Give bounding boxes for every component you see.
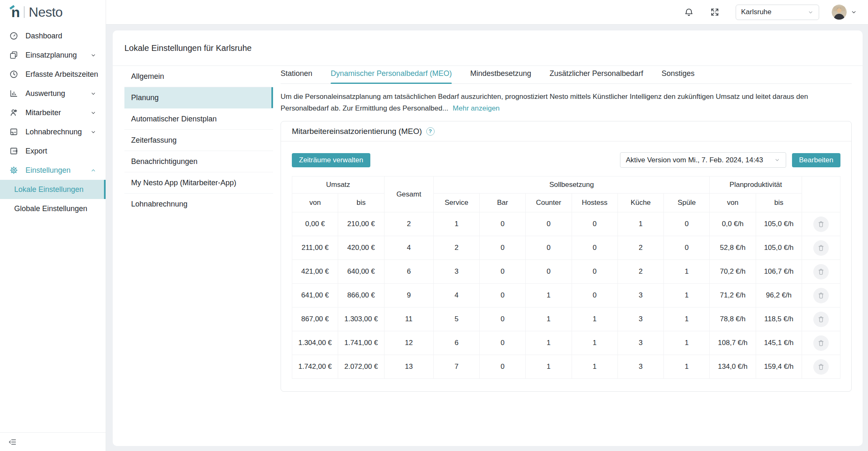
sidebar-item-erfasste-arbeitszeiten[interactable]: Erfasste Arbeitszeiten <box>0 65 106 84</box>
tab-zusätzlicher-personalbedarf[interactable]: Zusätzlicher Personalbedarf <box>549 69 643 83</box>
sidebar-item-dashboard[interactable]: Dashboard <box>0 26 106 45</box>
table-cell: 0 <box>572 260 617 284</box>
table-cell: 1 <box>526 307 572 331</box>
column-header-counter: Counter <box>526 194 572 212</box>
delete-row-button[interactable] <box>813 264 829 280</box>
analytics-icon <box>9 89 18 98</box>
fullscreen-icon[interactable] <box>710 7 720 17</box>
table-cell: 1 <box>664 355 710 379</box>
table-cell: 159,4 €/h <box>756 355 802 379</box>
sidebar-item-lohnabrechnung[interactable]: Lohnabrechnung <box>0 122 106 141</box>
table-cell: 7 <box>433 355 479 379</box>
tab-mindestbesetzung[interactable]: Mindestbesetzung <box>470 69 531 83</box>
table-row: 0,00 €210,00 €21000100,0 €/h105,0 €/h <box>292 212 840 236</box>
settings-nav-item-zeiterfassung[interactable]: Zeiterfassung <box>124 130 273 151</box>
settings-nav-item-lohnabrechnung[interactable]: Lohnabrechnung <box>124 194 273 215</box>
row-actions-cell <box>802 212 840 236</box>
description-text: Um die Personaleinsatzplanung am tatsäch… <box>281 93 808 112</box>
table-cell: 52,8 €/h <box>710 236 756 260</box>
settings-nav-item-benachrichtigungen[interactable]: Benachrichtigungen <box>124 151 273 172</box>
brand-logo-mark: n <box>11 5 20 19</box>
tab-dynamischer-personalbedarf-meo[interactable]: Dynamischer Personalbedarf (MEO) <box>331 69 452 83</box>
column-header-von: von <box>710 194 756 212</box>
table-cell: 96,2 €/h <box>756 284 802 307</box>
sidebar-item-label: Mitarbeiter <box>25 108 61 117</box>
sidebar-subitem-globale-einstellungen[interactable]: Globale Einstellungen <box>0 199 106 218</box>
table-cell: 1 <box>664 331 710 355</box>
bell-icon[interactable] <box>684 7 694 17</box>
table-cell: 1.304,00 € <box>292 331 338 355</box>
table-row: 211,00 €420,00 €420002052,8 €/h105,0 €/h <box>292 236 840 260</box>
table-cell: 4 <box>384 236 433 260</box>
settings-nav-item-allgemein[interactable]: Allgemein <box>124 66 273 87</box>
meo-table: UmsatzGesamtSollbesetzungPlanproduktivit… <box>292 176 840 379</box>
sidebar-item-label: Auswertung <box>25 89 65 98</box>
topbar: Karlsruhe <box>106 0 868 25</box>
delete-row-button[interactable] <box>813 288 829 303</box>
sidebar: n Nesto DashboardEinsatzplanungErfasste … <box>0 0 106 451</box>
row-actions-cell <box>802 331 840 355</box>
chevron-down-icon <box>850 9 857 15</box>
column-header-spüle: Spüle <box>664 194 710 212</box>
table-cell: 5 <box>433 307 479 331</box>
table-cell: 866,00 € <box>338 284 384 307</box>
row-actions-cell <box>802 284 840 307</box>
column-group-planproduktivität: Planproduktivität <box>710 176 802 194</box>
sidebar-item-mitarbeiter[interactable]: Mitarbeiter <box>0 103 106 122</box>
delete-row-button[interactable] <box>813 335 829 351</box>
table-cell: 211,00 € <box>292 236 338 260</box>
location-select[interactable]: Karlsruhe <box>736 5 819 20</box>
table-cell: 9 <box>384 284 433 307</box>
sidebar-item-einsatzplanung[interactable]: Einsatzplanung <box>0 45 106 65</box>
table-cell: 1.742,00 € <box>292 355 338 379</box>
column-header-bis: bis <box>756 194 802 212</box>
table-cell: 2 <box>433 236 479 260</box>
sidebar-nav: DashboardEinsatzplanungErfasste Arbeitsz… <box>0 26 106 218</box>
tab-sonstiges[interactable]: Sonstiges <box>661 69 694 83</box>
delete-row-button[interactable] <box>813 312 829 327</box>
table-cell: 2 <box>617 236 663 260</box>
table-cell: 1 <box>526 331 572 355</box>
settings-nav-item-planung[interactable]: Planung <box>124 87 273 108</box>
table-cell: 0 <box>526 212 572 236</box>
column-group-actions <box>802 176 840 212</box>
schedule-icon <box>9 50 18 60</box>
version-select[interactable]: Aktive Version vom Mi., 7. Feb. 2024, 14… <box>620 152 786 168</box>
tab-stationen[interactable]: Stationen <box>281 69 312 83</box>
sidebar-item-auswertung[interactable]: Auswertung <box>0 84 106 103</box>
settings-nav-item-automatischer-dienstplan[interactable]: Automatischer Dienstplan <box>124 108 273 130</box>
table-cell: 1.741,00 € <box>338 331 384 355</box>
table-cell: 11 <box>384 307 433 331</box>
table-cell: 0,00 € <box>292 212 338 236</box>
column-header-hostess: Hostess <box>572 194 617 212</box>
sidebar-item-einstellungen[interactable]: Einstellungen <box>0 161 106 180</box>
delete-row-button[interactable] <box>813 240 829 256</box>
table-cell: 867,00 € <box>292 307 338 331</box>
edit-button[interactable]: Bearbeiten <box>792 153 840 167</box>
help-icon[interactable]: ? <box>426 127 435 136</box>
table-row: 641,00 €866,00 €940103171,2 €/h96,2 €/h <box>292 284 840 307</box>
delete-row-button[interactable] <box>813 359 829 375</box>
delete-row-button[interactable] <box>813 217 829 232</box>
table-cell: 0 <box>572 284 617 307</box>
page-title: Lokale Einstellungen für Karlsruhe <box>113 30 863 66</box>
sidebar-subitem-lokale-einstellungen[interactable]: Lokale Einstellungen <box>0 180 106 199</box>
sidebar-collapse-icon[interactable] <box>8 438 17 446</box>
table-cell: 0 <box>480 355 526 379</box>
settings-nav-item-my-nesto-app-mitarbeiter-app[interactable]: My Nesto App (Mitarbeiter-App) <box>124 172 273 194</box>
table-row: 421,00 €640,00 €630002170,2 €/h106,7 €/h <box>292 260 840 284</box>
sidebar-item-export[interactable]: Export <box>0 141 106 161</box>
show-more-link[interactable]: Mehr anzeigen <box>453 104 499 112</box>
user-menu[interactable] <box>832 5 857 20</box>
table-cell: 12 <box>384 331 433 355</box>
export-icon <box>9 146 18 156</box>
sidebar-item-label: Einsatzplanung <box>25 51 77 60</box>
avatar <box>832 5 847 20</box>
settings-page: Lokale Einstellungen für Karlsruhe Allge… <box>113 30 863 446</box>
chevron-down-icon <box>90 52 96 58</box>
table-row: 1.742,00 €2.072,00 €13701131134,0 €/h159… <box>292 355 840 379</box>
employees-icon <box>9 108 18 117</box>
manage-periods-button[interactable]: Zeiträume verwalten <box>292 153 370 167</box>
table-cell: 1 <box>664 260 710 284</box>
column-header-küche: Küche <box>617 194 663 212</box>
